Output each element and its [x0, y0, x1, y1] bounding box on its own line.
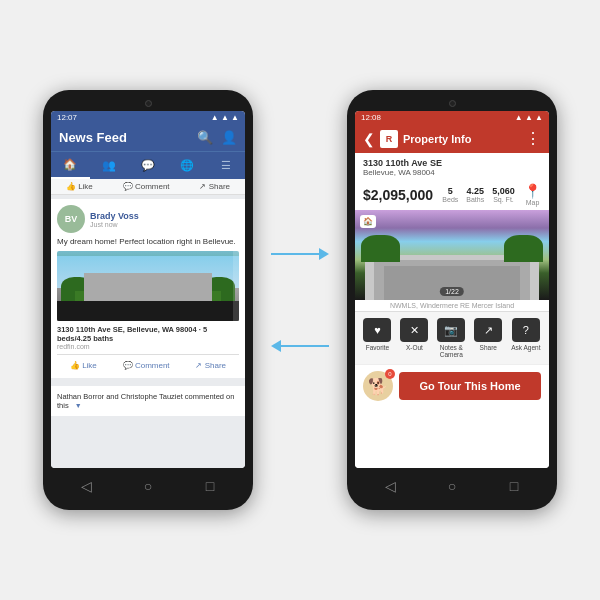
- fb-like-btn[interactable]: 👍 Like: [70, 361, 97, 370]
- fb-caption: 3130 110th Ave SE, Bellevue, WA 98004 · …: [57, 325, 239, 343]
- prev-share[interactable]: ↗ Share: [199, 182, 230, 191]
- fb-poster-info: Brady Voss Just now: [90, 211, 239, 228]
- fb-content: 👍 Like 💬 Comment ↗ Share BV Brady Voss J…: [51, 179, 245, 468]
- rf-share-label: Share: [480, 344, 497, 351]
- fb-status-bar: 12:07 ▲ ▲ ▲: [51, 111, 245, 124]
- rf-image-counter: 1/22: [440, 287, 464, 296]
- rf-sqft-label: Sq. Ft.: [492, 196, 515, 203]
- rf-status-icons: ▲ ▲ ▲: [515, 113, 543, 122]
- rf-ask-agent-action[interactable]: ? Ask Agent: [511, 318, 540, 358]
- prev-like[interactable]: 👍 Like: [66, 182, 93, 191]
- fb-poster-time: Just now: [90, 221, 239, 228]
- rf-stat-group: 5 Beds 4.25 Baths 5,060 Sq. Ft.: [442, 186, 514, 203]
- home-button[interactable]: ○: [138, 476, 158, 496]
- friends-icon[interactable]: 👤: [221, 130, 237, 145]
- rf-beds-label: Beds: [442, 196, 458, 203]
- rf-more-button[interactable]: ⋮: [525, 129, 541, 148]
- fb-icons: ▲ ▲ ▲: [211, 113, 239, 122]
- rf-back-button[interactable]: ❮: [363, 131, 375, 147]
- fb-dropdown-icon[interactable]: ▼: [75, 402, 82, 409]
- arrow-right-head: [319, 248, 329, 260]
- rf-baths-label: Baths: [466, 196, 484, 203]
- rf-notes-icon: 📷: [437, 318, 465, 342]
- rf-ask-agent-label: Ask Agent: [511, 344, 540, 351]
- rf-source: NWMLS, Windermere RE Mercer Island: [355, 300, 549, 311]
- rf-share-action[interactable]: ↗ Share: [474, 318, 502, 358]
- fb-tab-friends[interactable]: 👥: [90, 152, 129, 179]
- fb-tab-home[interactable]: 🏠: [51, 152, 90, 179]
- fb-divider: [57, 354, 239, 355]
- rf-house-image: 🏠 1/22: [355, 210, 549, 300]
- rf-nav-title: Property Info: [403, 133, 520, 145]
- fb-comment-btn[interactable]: 💬 Comment: [123, 361, 170, 370]
- fb-post-header: BV Brady Voss Just now: [57, 205, 239, 233]
- rf-stats-row: $2,095,000 5 Beds 4.25 Baths 5,060 Sq. F: [355, 179, 549, 210]
- rf-favorite-icon: ♥: [363, 318, 391, 342]
- rf-favorite-action[interactable]: ♥ Favorite: [363, 318, 391, 358]
- fb-time: 12:07: [57, 113, 77, 122]
- arrow-left-head: [271, 340, 281, 352]
- phone2-back-button[interactable]: ◁: [380, 476, 400, 496]
- rf-xout-icon: ✕: [400, 318, 428, 342]
- phone-screen-facebook: 12:07 ▲ ▲ ▲ News Feed 🔍 👤 🏠 👥 💬 🌐 ☰: [51, 111, 245, 468]
- scene: 12:07 ▲ ▲ ▲ News Feed 🔍 👤 🏠 👥 💬 🌐 ☰: [23, 70, 577, 530]
- rf-ask-agent-icon: ?: [512, 318, 540, 342]
- avatar: BV: [57, 205, 85, 233]
- phone-screen-redfin: 12:08 ▲ ▲ ▲ ❮ R Property Info ⋮ 3130 110…: [355, 111, 549, 468]
- rf-home-badge: 🏠: [360, 215, 376, 228]
- rf-address-line2: Bellevue, WA 98004: [363, 168, 541, 177]
- fb-share-btn[interactable]: ↗ Share: [195, 361, 226, 370]
- fb-tab-chat[interactable]: 💬: [129, 152, 168, 179]
- phone1-nav: ◁ ○ □: [51, 468, 245, 500]
- rf-nav-bar: ❮ R Property Info ⋮: [355, 124, 549, 153]
- rf-share-icon: ↗: [474, 318, 502, 342]
- phone2-nav: ◁ ○ □: [355, 468, 549, 500]
- phone2-home-button[interactable]: ○: [442, 476, 462, 496]
- fb-nav-icons: 🔍 👤: [197, 130, 237, 145]
- rf-beds-value: 5: [442, 186, 458, 196]
- search-icon[interactable]: 🔍: [197, 130, 213, 145]
- rf-address: 3130 110th Ave SE Bellevue, WA 98004: [355, 153, 549, 179]
- fb-source: redfin.com: [57, 343, 239, 350]
- fb-bottom-post: Nathan Borror and Christophe Tauziet com…: [51, 382, 245, 416]
- fb-bottom-text: Nathan Borror and Christophe Tauziet com…: [57, 392, 234, 410]
- rf-xout-label: X-Out: [406, 344, 423, 351]
- phone-facebook: 12:07 ▲ ▲ ▲ News Feed 🔍 👤 🏠 👥 💬 🌐 ☰: [43, 90, 253, 510]
- phone2-camera: [449, 100, 456, 107]
- arrow-right: [271, 248, 329, 260]
- rf-price: $2,095,000: [363, 187, 433, 203]
- rf-sqft-value: 5,060: [492, 186, 515, 196]
- fb-post-text: My dream home! Perfect location right in…: [57, 237, 239, 246]
- phone2-recent-button[interactable]: □: [504, 476, 524, 496]
- fb-house-image: [57, 251, 239, 321]
- rf-map-button[interactable]: 📍 Map: [524, 183, 541, 206]
- go-tour-button[interactable]: Go Tour This Home: [399, 372, 541, 400]
- rf-baths-value: 4.25: [466, 186, 484, 196]
- fb-prev-action-bar: 👍 Like 💬 Comment ↗ Share: [51, 179, 245, 195]
- arrow-left-line: [281, 345, 329, 347]
- arrow-left: [271, 340, 329, 352]
- fb-nav-title: News Feed: [59, 130, 127, 145]
- rf-tour-bar: 🐕 0 Go Tour This Home: [355, 364, 549, 407]
- rf-notification-badge: 0: [385, 369, 395, 379]
- arrow-right-line: [271, 253, 319, 255]
- rf-favorite-label: Favorite: [366, 344, 389, 351]
- fb-poster-name: Brady Voss: [90, 211, 239, 221]
- phone-camera: [145, 100, 152, 107]
- prev-comment[interactable]: 💬 Comment: [123, 182, 170, 191]
- recent-button[interactable]: □: [200, 476, 220, 496]
- fb-tab-menu[interactable]: ☰: [206, 152, 245, 179]
- rf-agent-avatar: 🐕 0: [363, 371, 393, 401]
- rf-stat-beds: 5 Beds: [442, 186, 458, 203]
- rf-notes-action[interactable]: 📷 Notes &Camera: [437, 318, 465, 358]
- back-button[interactable]: ◁: [76, 476, 96, 496]
- rf-actions-bar: ♥ Favorite ✕ X-Out 📷 Notes &Camera ↗ Sha…: [355, 311, 549, 364]
- rf-xout-action[interactable]: ✕ X-Out: [400, 318, 428, 358]
- phone-redfin: 12:08 ▲ ▲ ▲ ❮ R Property Info ⋮ 3130 110…: [347, 90, 557, 510]
- rf-status-bar: 12:08 ▲ ▲ ▲: [355, 111, 549, 124]
- rf-stat-baths: 4.25 Baths: [466, 186, 484, 203]
- fb-tab-globe[interactable]: 🌐: [167, 152, 206, 179]
- rf-property-content: 3130 110th Ave SE Bellevue, WA 98004 $2,…: [355, 153, 549, 468]
- rf-time: 12:08: [361, 113, 381, 122]
- rf-logo: R: [380, 130, 398, 148]
